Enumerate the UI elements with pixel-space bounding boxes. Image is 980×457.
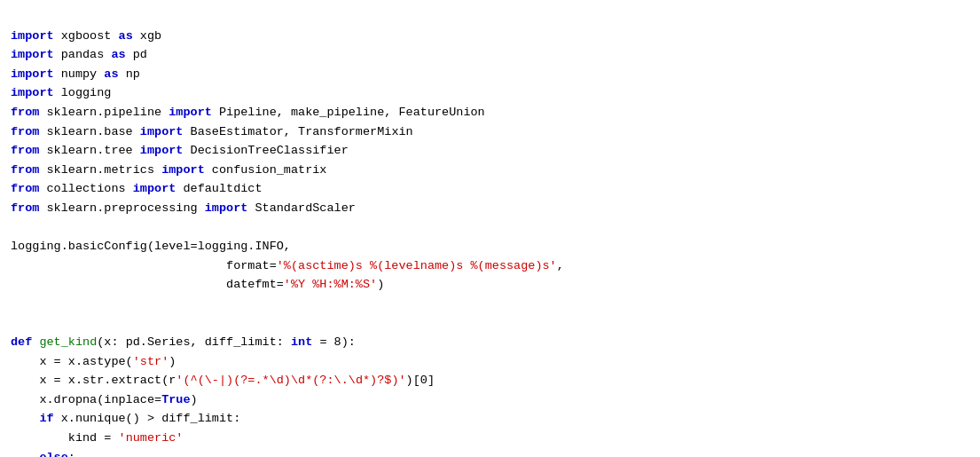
code-line: from sklearn.preprocessing import Standa… <box>11 199 969 218</box>
code-line: logging.basicConfig(level=logging.INFO, <box>11 237 969 256</box>
code-token: from <box>11 201 39 215</box>
code-token: StandardScaler <box>247 201 356 215</box>
code-token: True <box>161 393 190 406</box>
code-token: import <box>133 182 176 195</box>
code-line: if x.nunique() > diff_limit: <box>11 409 969 429</box>
code-token: sklearn.tree <box>39 144 139 157</box>
code-token: np <box>119 67 140 81</box>
code-token: (x: pd.Series, diff_limit: <box>97 335 291 349</box>
code-token: from <box>11 125 39 138</box>
code-line: x.dropna(inplace=True) <box>11 390 969 410</box>
code-token: pd <box>126 48 147 61</box>
code-token: DecisionTreeClassifier <box>183 144 348 157</box>
code-token: ) <box>169 355 176 368</box>
code-line: else: <box>11 448 969 457</box>
code-line: from sklearn.base import BaseEstimator, … <box>11 122 969 142</box>
code-line: import logging <box>11 83 969 103</box>
code-line <box>11 295 969 314</box>
code-token: sklearn.pipeline <box>39 106 169 119</box>
code-token: '%(asctime)s %(levelname)s %(message)s' <box>277 259 557 272</box>
code-token: pandas <box>54 48 112 61</box>
code-line: def get_kind(x: pd.Series, diff_limit: i… <box>11 333 969 352</box>
code-line: from sklearn.metrics import confusion_ma… <box>11 161 969 180</box>
code-token: as <box>119 29 133 43</box>
code-token: 'str' <box>133 355 169 368</box>
code-line <box>11 218 969 238</box>
code-token: datefmt= <box>11 278 284 291</box>
code-line: x = x.astype('str') <box>11 352 969 372</box>
code-token: x = x.str.extract(r <box>11 374 176 387</box>
code-token: import <box>205 201 248 215</box>
code-token: ) <box>191 393 198 406</box>
code-token: xgb <box>133 29 161 43</box>
code-token: as <box>104 67 118 81</box>
code-line: format='%(asctime)s %(levelname)s %(mess… <box>11 256 969 276</box>
code-token: if <box>11 412 54 425</box>
code-token: x.nunique() > diff_limit: <box>54 412 241 425</box>
code-line <box>11 314 969 334</box>
code-token: import <box>140 125 184 138</box>
code-token: )[0] <box>406 374 435 387</box>
code-token: get_kind <box>39 335 97 349</box>
code-token: import <box>11 67 54 81</box>
code-token: sklearn.preprocessing <box>39 201 204 215</box>
code-token: = 8): <box>312 335 356 349</box>
code-token: '(^(\-|)(?=.*\d)\d*(?:\.\d*)?$)' <box>176 374 405 387</box>
code-token: from <box>11 144 39 157</box>
code-token: def <box>11 335 32 349</box>
code-token: from <box>11 106 39 119</box>
code-token: as <box>111 48 125 61</box>
code-token: from <box>11 163 39 177</box>
code-token: ) <box>377 278 384 291</box>
code-token: 'numeric' <box>119 431 184 445</box>
code-line: datefmt='%Y %H:%M:%S') <box>11 275 969 295</box>
code-line: from sklearn.tree import DecisionTreeCla… <box>11 141 969 161</box>
code-line: from sklearn.pipeline import Pipeline, m… <box>11 103 969 122</box>
code-token: xgboost <box>54 29 119 43</box>
code-token: int <box>291 335 312 349</box>
code-token: numpy <box>54 67 105 81</box>
code-line: kind = 'numeric' <box>11 429 969 448</box>
code-token: import <box>11 48 54 61</box>
code-token: logging.basicConfig(level=logging.INFO, <box>11 240 291 253</box>
code-token: from <box>11 182 39 195</box>
code-token: : <box>68 451 75 457</box>
code-token: else <box>11 451 68 457</box>
code-line: import numpy as np <box>11 65 969 84</box>
code-token: logging <box>54 86 112 99</box>
code-token: import <box>11 29 54 43</box>
code-line: from collections import defaultdict <box>11 179 969 199</box>
code-token: import <box>140 144 184 157</box>
code-token: import <box>161 163 205 177</box>
code-token: '%Y %H:%M:%S' <box>284 278 377 291</box>
code-editor: import xgboost as xgbimport pandas as pd… <box>11 7 969 457</box>
code-token: import <box>11 86 54 99</box>
code-token: x = x.astype( <box>11 355 133 368</box>
code-token: BaseEstimator, TransformerMixin <box>183 125 412 138</box>
code-token: import <box>169 106 212 119</box>
code-line: x = x.str.extract(r'(^(\-|)(?=.*\d)\d*(?… <box>11 371 969 390</box>
code-line: import pandas as pd <box>11 45 969 65</box>
code-token: kind = <box>11 431 119 445</box>
code-token: sklearn.base <box>39 125 139 138</box>
code-token: collections <box>39 182 132 195</box>
code-token: , <box>557 259 564 272</box>
code-token: Pipeline, make_pipeline, FeatureUnion <box>212 106 485 119</box>
code-token: sklearn.metrics <box>39 163 161 177</box>
code-token: confusion_matrix <box>205 163 327 177</box>
code-token: x.dropna(inplace= <box>11 393 161 406</box>
code-token: defaultdict <box>176 182 262 195</box>
code-line: import xgboost as xgb <box>11 27 969 46</box>
code-token: format= <box>11 259 277 272</box>
